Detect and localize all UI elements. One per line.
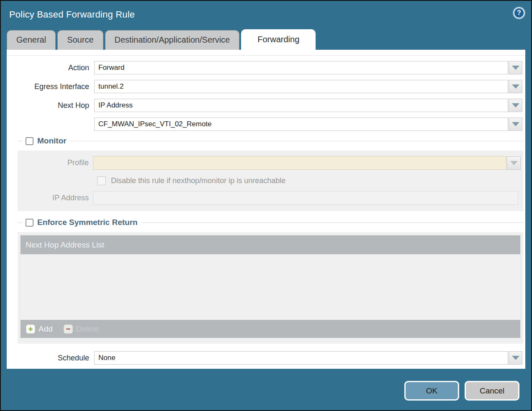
action-row: Action Forward [7,61,522,74]
next-hop-address-dropdown-button[interactable] [509,117,522,131]
action-field: Forward [94,61,522,74]
chevron-down-icon [512,84,519,89]
tab-general[interactable]: General [7,30,56,50]
next-hop-label: Next Hop [7,101,89,110]
chevron-down-icon [512,103,519,107]
next-hop-address-list-body[interactable] [21,254,520,320]
delete-button-label: Delete [76,324,99,334]
delete-button-disabled: − Delete [64,324,99,334]
minus-icon: − [64,324,73,334]
chevron-down-icon [510,161,518,165]
monitor-ip-input-disabled [93,191,518,205]
monitor-checkbox[interactable] [26,137,33,145]
tab-underline [7,55,525,56]
disable-rule-row: Disable this rule if nexthop/monitor ip … [97,176,521,185]
schedule-field: None [94,351,522,365]
egress-interface-select[interactable]: tunnel.2 [94,80,508,93]
next-hop-address-field: CF_MWAN_IPsec_VTI_02_Remote [94,117,522,131]
tab-bar: General Source Destination/Application/S… [1,28,531,50]
next-hop-row: Next Hop IP Address [7,99,522,112]
chevron-down-icon [512,356,519,360]
schedule-dropdown-button[interactable] [509,351,522,365]
schedule-label: Schedule [7,354,89,362]
help-icon[interactable]: ? [513,7,525,19]
chevron-down-icon [512,66,519,70]
egress-interface-field: tunnel.2 [94,80,522,93]
forwarding-tab-panel: Action Forward Egress Interface tunnel.2… [7,50,525,369]
tab-source[interactable]: Source [57,30,103,50]
disable-rule-label: Disable this rule if nexthop/monitor ip … [111,176,285,185]
profile-select-disabled [93,156,506,170]
profile-dropdown-button-disabled [507,156,521,170]
tab-forwarding[interactable]: Forwarding [241,29,316,50]
monitor-legend: Monitor [22,136,70,146]
monitor-panel: Profile Disable this rule if nexthop/mon… [18,151,523,211]
enforce-symmetric-return-checkbox[interactable] [26,219,33,227]
monitor-legend-label: Monitor [37,136,67,146]
add-button-label: Add [39,324,53,334]
action-label: Action [7,64,89,72]
ok-button[interactable]: OK [404,381,459,401]
egress-interface-label: Egress Interface [7,82,89,91]
next-hop-address-select[interactable]: CF_MWAN_IPsec_VTI_02_Remote [94,117,508,131]
enforce-legend: Enforce Symmetric Return [22,218,141,227]
plus-icon: + [26,324,35,334]
add-button[interactable]: + Add [26,324,53,334]
next-hop-address-row: CF_MWAN_IPsec_VTI_02_Remote [7,117,522,131]
monitor-ip-label: IP Address [18,194,93,202]
policy-forwarding-dialog: Policy Based Forwarding Rule ? General S… [0,0,532,411]
enforce-symmetric-return-section: Enforce Symmetric Return Next Hop Addres… [18,218,523,344]
next-hop-type-field: IP Address [94,99,522,112]
profile-row: Profile [18,156,521,170]
schedule-row: Schedule None [7,351,522,365]
enforce-panel: Next Hop Address List + Add − Delete [18,232,523,344]
monitor-ip-row: IP Address [18,191,521,205]
disable-rule-checkbox [97,176,106,185]
monitor-section: Monitor Profile Disable this rule if nex… [18,136,523,211]
egress-interface-dropdown-button[interactable] [509,80,522,93]
action-select[interactable]: Forward [94,61,508,74]
dialog-title: Policy Based Forwarding Rule [9,9,135,20]
enforce-legend-label: Enforce Symmetric Return [37,218,138,227]
schedule-select[interactable]: None [94,351,508,365]
egress-interface-row: Egress Interface tunnel.2 [7,80,522,93]
action-dropdown-button[interactable] [509,61,522,74]
next-hop-address-list-footer: + Add − Delete [21,320,520,338]
chevron-down-icon [512,122,519,126]
next-hop-type-dropdown-button[interactable] [509,99,522,112]
profile-label: Profile [18,158,93,167]
tab-destination-application-service[interactable]: Destination/Application/Service [105,30,240,50]
next-hop-address-list-header: Next Hop Address List [21,235,520,254]
next-hop-type-select[interactable]: IP Address [94,99,508,112]
cancel-button[interactable]: Cancel [465,381,519,401]
dialog-button-bar: OK Cancel [404,381,519,401]
dialog-titlebar: Policy Based Forwarding Rule ? [1,1,531,28]
next-hop-address-table: Next Hop Address List + Add − Delete [20,235,521,338]
